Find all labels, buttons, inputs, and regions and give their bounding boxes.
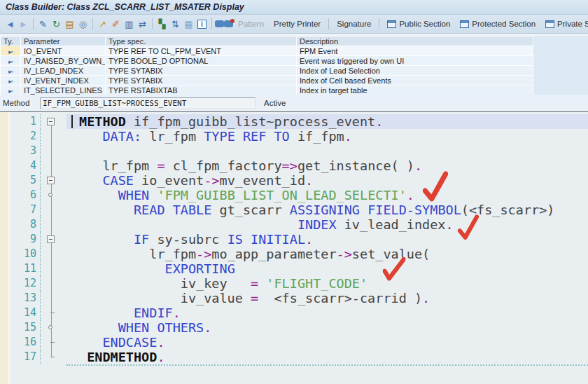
code-text[interactable]: ENDIF. <box>66 306 588 320</box>
back-icon[interactable]: ◄ <box>4 18 17 30</box>
code-line[interactable]: 2 DATA: lr_fpm TYPE REF TO if_fpm. <box>10 129 588 144</box>
code-line[interactable]: 8 INDEX iv_lead_index. <box>10 217 588 232</box>
code-text[interactable]: CASE io_event->mv_event_id. <box>66 173 588 188</box>
code-text[interactable]: READ TABLE gt_scarr ASSIGNING FIELD-SYMB… <box>66 203 588 217</box>
table-row[interactable]: ▸▫IV_RAISED_BY_OWN_UITYPE BOOLE_D OPTION… <box>1 56 533 65</box>
abap-code-editor[interactable]: 1METHOD if_fpm_guibb_list~process_event.… <box>0 111 588 384</box>
column-header-description[interactable]: Description <box>297 36 533 46</box>
toolbar-separator <box>379 18 379 29</box>
code-text[interactable]: WHEN OTHERS. <box>66 320 588 335</box>
code-text[interactable]: lr_fpm = cl_fpm_factory=>get_instance( )… <box>66 158 588 173</box>
description-cell[interactable]: Event was triggered by own UI <box>297 56 533 65</box>
public-section-button[interactable]: Public Section <box>382 20 455 28</box>
code-line[interactable]: 7 READ TABLE gt_scarr ASSIGNING FIELD-SY… <box>10 203 588 217</box>
importing-parameter-icon[interactable]: ▸▫ <box>1 56 20 65</box>
swap-icon[interactable]: ⇄ <box>136 18 149 30</box>
code-line[interactable]: 6 WHEN 'FPM_GUIBB_LIST_ON_LEAD_SELECTI'. <box>10 188 588 203</box>
page-title: Class Builder: Class ZCL_SCARR_LIST_MSAT… <box>6 2 244 12</box>
docs-bubble-icon[interactable] <box>215 18 224 30</box>
private-section-button[interactable]: Private Section <box>540 20 588 28</box>
parameter-type-icon: ▸▫ <box>8 48 13 55</box>
parameter-cell[interactable]: IV_RAISED_BY_OWN_UI <box>21 56 105 65</box>
code-line[interactable]: 15 WHEN OTHERS. <box>10 320 588 335</box>
fold-node-icon[interactable] <box>48 193 52 197</box>
column-header-type-spec[interactable]: Type spec. <box>106 36 296 46</box>
table-row[interactable]: ▸▫IT_SELECTED_LINESTYPE RSTABIXTABIndex … <box>1 85 533 95</box>
code-line[interactable]: 3 <box>10 144 588 158</box>
pretty-printer-button[interactable]: Pretty Printer <box>269 20 326 28</box>
code-text[interactable] <box>66 144 588 158</box>
description-cell[interactable]: Index of Lead Selection <box>297 66 533 75</box>
line-number: 2 <box>10 129 41 144</box>
column-header-parameter[interactable]: Parameter <box>21 36 105 46</box>
code-line[interactable]: 13 iv_value = <fs_scarr>-carrid ). <box>10 291 588 306</box>
type-spec-cell[interactable]: TYPE REF TO CL_FPM_EVENT <box>106 46 296 55</box>
parameter-cell[interactable]: IO_EVENT <box>21 46 105 55</box>
code-line[interactable]: 9 IF sy-subrc IS INITIAL. <box>10 232 588 247</box>
type-spec-cell[interactable]: TYPE SYTABIX <box>106 76 296 85</box>
signature-button[interactable]: Signature <box>332 20 376 28</box>
code-text[interactable]: DATA: lr_fpm TYPE REF TO if_fpm. <box>66 129 588 144</box>
table-view-icon[interactable]: ▦ <box>182 18 195 30</box>
navigate-icon[interactable]: ↗ <box>96 18 109 30</box>
code-lines[interactable]: 1METHOD if_fpm_guibb_list~process_event.… <box>10 112 588 364</box>
info-icon[interactable]: i <box>195 18 209 30</box>
parameter-cell[interactable]: IV_EVENT_INDEX <box>21 76 105 85</box>
activate-icon[interactable]: ✐ <box>109 18 122 30</box>
importing-parameter-icon[interactable]: ▸▫ <box>1 76 20 85</box>
code-line[interactable]: 5 CASE io_event->mv_event_id. <box>10 173 588 188</box>
forward-icon[interactable]: ► <box>17 18 30 30</box>
table-row[interactable]: ▸▫IV_LEAD_INDEXTYPE SYTABIXIndex of Lead… <box>1 66 533 75</box>
column-header-ty[interactable]: Ty. <box>1 36 20 46</box>
test-icon[interactable]: ▥ <box>122 18 136 30</box>
sort-icon[interactable]: ⇅ <box>169 18 182 30</box>
importing-parameter-icon[interactable]: ▸▫ <box>1 46 20 55</box>
code-line[interactable]: 17 ENDMETHOD. <box>10 350 588 364</box>
code-line[interactable]: 16 ENDCASE. <box>10 335 588 350</box>
section-icon <box>387 20 396 28</box>
code-text[interactable]: METHOD if_fpm_guibb_list~process_event. <box>66 114 588 129</box>
fold-collapse-icon[interactable] <box>47 177 55 184</box>
table-row[interactable]: ▸▫IO_EVENTTYPE REF TO CL_FPM_EVENTFPM Ev… <box>1 46 533 55</box>
fold-collapse-icon[interactable] <box>47 235 55 243</box>
description-cell[interactable]: FPM Event <box>297 46 533 55</box>
method-name-input[interactable] <box>40 97 255 109</box>
code-text[interactable]: lr_fpm->mo_app_parameter->set_value( <box>66 247 588 261</box>
code-text[interactable]: ENDMETHOD. <box>66 350 588 364</box>
copy-icon[interactable]: ▤ <box>63 18 76 30</box>
code-line[interactable]: 1METHOD if_fpm_guibb_list~process_event. <box>10 114 588 129</box>
importing-parameter-icon[interactable]: ▸▫ <box>1 85 20 95</box>
code-line[interactable]: 11 EXPORTING <box>10 261 588 276</box>
where-used-icon[interactable]: ◎ <box>76 18 90 30</box>
code-text[interactable]: INDEX iv_lead_index. <box>66 217 588 232</box>
code-line[interactable]: 4 lr_fpm = cl_fpm_factory=>get_instance(… <box>10 158 588 173</box>
code-text[interactable]: IF sy-subrc IS INITIAL. <box>66 232 588 247</box>
toolbar-separator <box>152 18 153 29</box>
parameter-cell[interactable]: IV_LEAD_INDEX <box>21 66 105 75</box>
type-spec-cell[interactable]: TYPE RSTABIXTAB <box>106 85 296 95</box>
description-cell[interactable]: Index in target table <box>297 85 533 95</box>
type-spec-cell[interactable]: TYPE SYTABIX <box>106 66 296 75</box>
table-row[interactable]: ▸▫IV_EVENT_INDEXTYPE SYTABIXIndex of Cel… <box>1 76 533 85</box>
protected-section-button[interactable]: Protected Section <box>455 20 540 28</box>
fold-column <box>41 129 66 144</box>
type-spec-cell[interactable]: TYPE BOOLE_D OPTIONAL <box>106 56 296 65</box>
code-text[interactable]: iv_value = <fs_scarr>-carrid ). <box>66 291 588 306</box>
code-text[interactable]: iv_key = 'FLIGHT_CODE' <box>66 276 588 291</box>
fold-collapse-icon[interactable] <box>47 118 55 125</box>
description-cell[interactable]: Index of Cell based Events <box>297 76 533 85</box>
importing-parameter-icon[interactable]: ▸▫ <box>1 66 20 75</box>
fold-node-icon[interactable] <box>48 325 52 329</box>
hierarchy-icon[interactable]: ▚ <box>155 18 169 30</box>
code-line[interactable]: 12 iv_key = 'FLIGHT_CODE' <box>10 276 588 291</box>
refresh-icon[interactable]: ↻ <box>50 18 63 30</box>
display-change-icon[interactable]: ✎ <box>36 18 50 30</box>
line-number: 3 <box>10 144 41 158</box>
code-text[interactable]: EXPORTING <box>66 261 588 276</box>
code-line[interactable]: 14 ENDIF. <box>10 306 588 320</box>
parameter-cell[interactable]: IT_SELECTED_LINES <box>21 85 105 95</box>
code-text[interactable]: WHEN 'FPM_GUIBB_LIST_ON_LEAD_SELECTI'. <box>66 188 588 203</box>
code-text[interactable]: ENDCASE. <box>66 335 588 350</box>
code-line[interactable]: 10 lr_fpm->mo_app_parameter->set_value( <box>10 247 588 261</box>
docs-bubble-alt-icon[interactable] <box>224 18 233 30</box>
